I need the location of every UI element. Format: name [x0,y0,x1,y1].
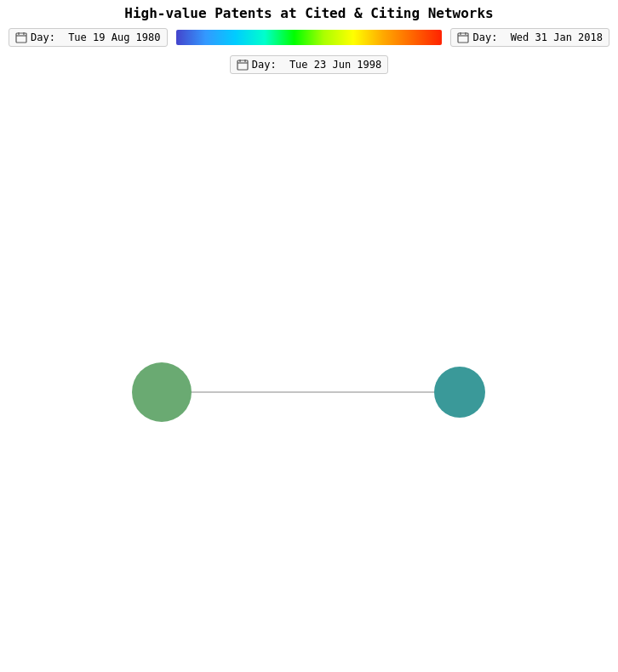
middle-row: Day: Tue 23 Jun 1998 [0,50,618,77]
date-badge-middle[interactable]: Day: Tue 23 Jun 1998 [230,55,389,74]
date-label-left: Day: [31,31,55,43]
date-value-right: Wed 31 Jan 2018 [511,31,603,43]
calendar-icon-middle [237,59,249,71]
controls-row: Day: Tue 19 Aug 1980 Day: Wed 31 Jan 201… [0,25,618,50]
svg-rect-4 [458,33,468,43]
calendar-icon-right [457,31,469,43]
graph-area [0,77,618,656]
graph-node-left[interactable] [132,362,192,422]
graph-node-right[interactable] [434,367,485,418]
date-value-left: Tue 19 Aug 1980 [68,31,160,43]
date-label-right: Day: [472,31,497,43]
page-container: High-value Patents at Cited & Citing Net… [0,0,618,672]
date-value-middle: Tue 23 Jun 1998 [289,59,381,71]
graph-svg [0,77,618,656]
page-title: High-value Patents at Cited & Citing Net… [0,0,618,25]
date-label-middle: Day: [252,59,277,71]
date-badge-left[interactable]: Day: Tue 19 Aug 1980 [9,28,168,47]
date-badge-right[interactable]: Day: Wed 31 Jan 2018 [450,28,609,47]
color-bar [176,30,443,45]
calendar-icon-left [15,31,27,43]
svg-rect-8 [237,60,248,70]
svg-rect-0 [16,33,26,43]
